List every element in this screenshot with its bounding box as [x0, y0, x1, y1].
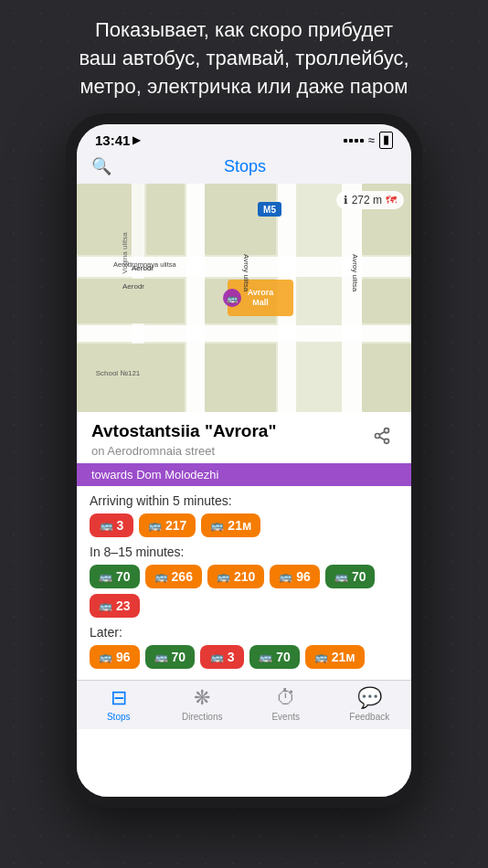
bus-badge[interactable]: 🚌 70 — [90, 565, 140, 588]
time-display: 13:41 — [95, 132, 130, 148]
arrivals-label-3: Later: — [90, 625, 398, 640]
phone-frame: 13:41 ▶ ≈ ▮ 🔍 Stops — [66, 113, 422, 808]
bus-badge[interactable]: 🚌 21м — [201, 513, 260, 537]
tab-stops[interactable]: ⊟ Stops — [77, 686, 161, 722]
svg-rect-15 — [362, 279, 411, 323]
tab-feedback[interactable]: 💬 Feedback — [328, 686, 412, 722]
svg-text:Aerodr: Aerodr — [122, 282, 144, 291]
bus-badge[interactable]: 🚌 3 — [90, 513, 133, 537]
direction-badge: towards Dom Molodezhi — [77, 463, 411, 486]
directions-icon: ❋ — [194, 686, 210, 710]
feedback-icon: 💬 — [357, 686, 382, 710]
svg-point-32 — [385, 429, 389, 433]
tab-bar: ⊟ Stops ❋ Directions ⏱ Events 💬 Feedback — [77, 680, 411, 729]
bus-number: 266 — [172, 569, 193, 584]
svg-rect-9 — [205, 184, 276, 255]
distance-value: 272 m — [352, 194, 382, 206]
bus-icon: 🚌 — [148, 519, 162, 532]
phone-screen: 13:41 ▶ ≈ ▮ 🔍 Stops — [77, 124, 411, 797]
map-link-icon[interactable]: 🗺 — [386, 194, 397, 206]
stop-header: Avtostantsiia "Avrora" on Aerodromnaia s… — [77, 412, 411, 463]
svg-point-33 — [376, 434, 380, 439]
bus-row-1: 🚌 3 🚌 217 🚌 21м — [90, 513, 398, 537]
stop-info: Avtostantsiia "Avrora" on Aerodromnaia s… — [77, 412, 411, 680]
bus-icon: 🚌 — [314, 651, 328, 663]
bus-icon: 🚌 — [99, 599, 112, 612]
arrivals-label-2: In 8–15 minutes: — [90, 545, 398, 559]
bus-badge[interactable]: 🚌 3 — [200, 645, 244, 669]
stop-title-group: Avtostantsiia "Avrora" on Aerodromnaia s… — [91, 421, 276, 458]
svg-rect-12 — [77, 344, 185, 412]
bus-badge[interactable]: 🚌 96 — [90, 645, 140, 669]
content-area: Avrora Mall M5 Vogina ulitsa Aerodr Aero… — [77, 184, 411, 797]
location-icon: ▶ — [133, 134, 140, 146]
bus-icon: 🚌 — [210, 651, 224, 663]
svg-text:Aerodromnaya ulitsa: Aerodromnaya ulitsa — [113, 260, 177, 269]
svg-text:Avroy ulitsa: Avroy ulitsa — [242, 254, 250, 292]
bus-icon: 🚌 — [99, 570, 112, 583]
bus-icon: 🚌 — [259, 651, 272, 663]
svg-text:Avrora: Avrora — [248, 288, 275, 297]
wifi-icon: ≈ — [368, 133, 375, 147]
svg-rect-8 — [146, 184, 185, 255]
search-icon[interactable]: 🔍 — [91, 156, 111, 176]
bus-number: 21м — [228, 518, 251, 533]
tab-feedback-label: Feedback — [349, 712, 389, 722]
signal-icon — [344, 139, 364, 143]
svg-line-36 — [379, 432, 385, 435]
tab-events-label: Events — [271, 712, 300, 722]
bus-number: 23 — [116, 598, 131, 613]
stop-street: on Aerodromnaia street — [91, 444, 276, 458]
share-button[interactable] — [367, 421, 397, 450]
bus-row-2: 🚌 70 🚌 266 🚌 210 🚌 9 — [90, 565, 398, 618]
battery-icon: ▮ — [379, 132, 393, 149]
bus-badge[interactable]: 🚌 266 — [145, 565, 202, 588]
bus-badge[interactable]: 🚌 96 — [270, 565, 320, 588]
app-tagline: Показывает, как скоро прибудет ваш автоб… — [0, 0, 488, 113]
svg-point-34 — [385, 439, 389, 444]
svg-text:School №121: School №121 — [96, 369, 141, 377]
bus-number: 70 — [276, 650, 291, 664]
bus-badge[interactable]: 🚌 23 — [90, 594, 140, 618]
svg-line-35 — [379, 438, 385, 440]
bus-icon: 🚌 — [100, 519, 113, 532]
bus-badge[interactable]: 🚌 70 — [145, 645, 196, 669]
bus-number: 96 — [296, 569, 311, 584]
status-icons: ≈ ▮ — [344, 132, 393, 149]
bus-badge[interactable]: 🚌 217 — [139, 513, 196, 537]
status-bar: 13:41 ▶ ≈ ▮ — [77, 124, 411, 153]
bus-number: 210 — [234, 569, 255, 584]
bus-number: 70 — [116, 569, 131, 584]
svg-rect-13 — [205, 344, 276, 412]
bus-badge[interactable]: 🚌 21м — [305, 645, 365, 669]
nav-bar: 🔍 Stops — [77, 153, 411, 184]
bus-number: 3 — [228, 650, 235, 664]
arrivals-section: Arriving within 5 minutes: 🚌 3 🚌 217 🚌 — [77, 486, 411, 680]
events-icon: ⏱ — [276, 686, 296, 710]
bus-icon: 🚌 — [217, 570, 230, 583]
arrivals-label-1: Arriving within 5 minutes: — [90, 493, 398, 508]
bus-icon: 🚌 — [154, 651, 168, 663]
bus-number: 96 — [116, 650, 131, 664]
nav-title: Stops — [111, 157, 378, 176]
bus-badge[interactable]: 🚌 70 — [325, 565, 376, 588]
bus-number: 21м — [332, 650, 355, 664]
bus-number: 70 — [172, 650, 186, 664]
bus-number: 3 — [117, 518, 124, 533]
tab-directions-label: Directions — [182, 712, 222, 722]
bus-badge[interactable]: 🚌 210 — [207, 565, 264, 588]
stop-name: Avtostantsiia "Avrora" — [91, 421, 276, 442]
bus-badge[interactable]: 🚌 70 — [249, 645, 300, 669]
tab-events[interactable]: ⏱ Events — [244, 686, 328, 722]
info-icon: ℹ — [344, 194, 348, 206]
svg-rect-5 — [342, 184, 362, 412]
bus-icon: 🚌 — [154, 570, 168, 583]
svg-rect-3 — [186, 184, 205, 412]
bus-icon: 🚌 — [210, 519, 224, 532]
svg-rect-16 — [362, 344, 411, 412]
map-view[interactable]: Avrora Mall M5 Vogina ulitsa Aerodr Aero… — [77, 184, 411, 412]
distance-badge: ℹ 272 m 🗺 — [336, 191, 404, 209]
bus-row-3: 🚌 96 🚌 70 🚌 3 🚌 70 — [90, 645, 398, 669]
svg-text:Avroy ulitsa: Avroy ulitsa — [351, 254, 359, 292]
tab-directions[interactable]: ❋ Directions — [161, 686, 245, 722]
